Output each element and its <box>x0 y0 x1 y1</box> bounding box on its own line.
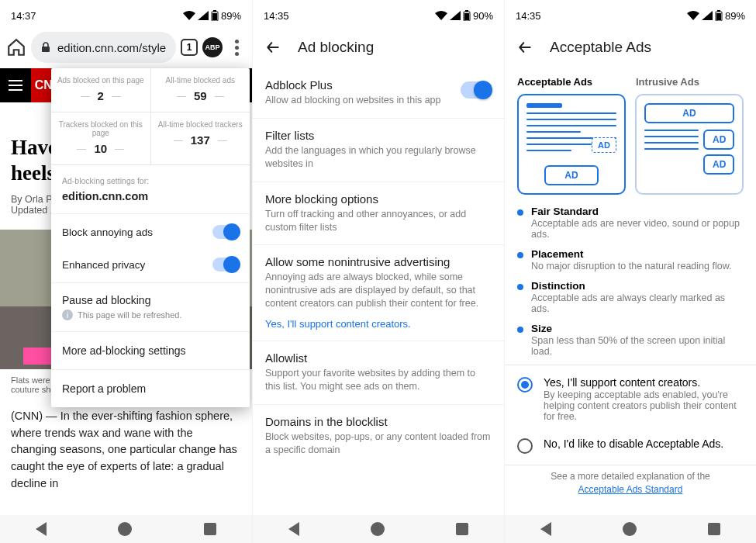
back-arrow-icon[interactable] <box>265 40 281 55</box>
recents-icon[interactable] <box>708 523 720 535</box>
svg-rect-2 <box>212 13 217 20</box>
radio-support-creators[interactable]: Yes, I'll support content creators. By k… <box>517 368 744 430</box>
battery-icon <box>463 10 471 21</box>
overflow-menu-icon[interactable] <box>227 40 246 56</box>
home-nav-icon[interactable] <box>371 522 385 536</box>
ad-label: AD <box>544 165 599 185</box>
article-body: (CNN) — In the ever-shifting fashion sph… <box>0 394 252 493</box>
stat-ads-page: Ads blocked on this page 2 <box>51 68 151 112</box>
recents-icon[interactable] <box>456 523 468 535</box>
setting-filter-lists[interactable]: Filter lists Add the languages in which … <box>253 119 504 182</box>
ad-label: AD <box>703 130 734 150</box>
setting-blocklist-domains[interactable]: Domains in the blocklist Block websites,… <box>253 405 504 468</box>
svg-rect-6 <box>464 13 469 20</box>
back-icon[interactable] <box>540 522 551 536</box>
ad-label: AD <box>703 154 734 175</box>
menu-icon[interactable] <box>0 68 31 102</box>
ad-blocking-settings-screen: 14:35 90% Ad blocking Adblock Plus Allow… <box>252 0 504 543</box>
signal-icon <box>198 11 209 20</box>
illustration: AD AD AD AD AD <box>517 94 744 195</box>
browser-toolbar: edition.cnn.com/style 1 ABP <box>0 26 252 68</box>
stat-trackers-all: All-time blocked trackers 137 <box>151 112 250 164</box>
tab-switcher[interactable]: 1 <box>181 39 198 56</box>
home-nav-icon[interactable] <box>623 522 637 536</box>
svg-rect-5 <box>465 10 468 12</box>
back-icon[interactable] <box>288 522 299 536</box>
setting-more-blocking[interactable]: More blocking options Turn off tracking … <box>253 182 504 246</box>
wifi-icon <box>687 11 699 20</box>
page-title: Acceptable Ads <box>550 39 651 56</box>
stat-ads-all: All-time blocked ads 59 <box>151 68 250 112</box>
info-icon: i <box>62 310 73 320</box>
url-text: edition.cnn.com/style <box>57 41 166 54</box>
battery-icon <box>211 10 219 21</box>
criterion-distinction: DistinctionAcceptable ads are always cle… <box>517 280 744 314</box>
pause-blocking[interactable]: Pause ad blocking i This page will be re… <box>51 282 250 332</box>
status-icons: 89% <box>687 10 745 22</box>
url-bar[interactable]: edition.cnn.com/style <box>31 32 176 63</box>
status-bar: 14:35 90% <box>253 0 504 26</box>
signal-icon <box>450 11 461 20</box>
stat-trackers-page: Trackers blocked on this page 10 <box>51 112 151 164</box>
settings-for-domain: Ad-blocking settings for: edition.cnn.co… <box>51 165 250 214</box>
page-header: Acceptable Ads <box>505 26 756 68</box>
report-problem-link[interactable]: Report a problem <box>51 369 250 407</box>
android-navbar <box>253 515 504 543</box>
back-icon[interactable] <box>36 522 47 536</box>
status-bar: 14:35 89% <box>505 0 756 26</box>
lock-icon <box>40 42 51 53</box>
wifi-icon <box>183 11 195 20</box>
setting-adblock-plus[interactable]: Adblock Plus Allow ad blocking on websit… <box>253 68 504 119</box>
radio-disable-acceptable-ads[interactable]: No, I'd like to disable Acceptable Ads. <box>517 430 744 462</box>
radio-icon[interactable] <box>517 377 533 393</box>
toggle-enhanced-privacy[interactable]: Enhanced privacy <box>51 247 250 282</box>
pause-note: i This page will be refreshed. <box>62 310 239 320</box>
acceptable-ads-standard-link[interactable]: Acceptable Ads Standard <box>578 484 683 495</box>
ad-label: AD <box>592 137 616 153</box>
switch-icon[interactable] <box>212 225 239 239</box>
more-settings-link[interactable]: More ad-blocking settings <box>51 332 250 369</box>
clock: 14:37 <box>11 10 36 22</box>
battery-percent: 89% <box>725 10 745 22</box>
criteria-list: Fair StandardAcceptable ads are never vi… <box>517 206 744 357</box>
acceptable-illustration: AD AD <box>517 94 626 195</box>
recents-icon[interactable] <box>204 523 216 535</box>
status-bar: 14:37 89% <box>0 0 252 26</box>
setting-allowlist[interactable]: Allowlist Support your favorite websites… <box>253 341 504 405</box>
browser-with-abp-popup: 14:37 89% edition.cnn.com/style 1 ABP CN… <box>0 0 252 543</box>
svg-rect-9 <box>716 13 721 20</box>
settings-list: Adblock Plus Allow ad blocking on websit… <box>253 68 504 515</box>
svg-rect-1 <box>213 10 216 12</box>
home-icon[interactable] <box>6 37 26 57</box>
svg-rect-3 <box>42 47 50 52</box>
clock: 14:35 <box>264 10 289 22</box>
support-creators-link[interactable]: Yes, I'll support content creators. <box>265 318 492 330</box>
abp-popup: Ads blocked on this page 2 All-time bloc… <box>51 68 250 407</box>
page-header: Ad blocking <box>253 26 504 68</box>
battery-percent: 89% <box>221 10 241 22</box>
setting-allow-nonintrusive[interactable]: Allow some nonintrusive advertising Anno… <box>253 245 504 341</box>
switch-icon[interactable] <box>461 81 492 99</box>
criterion-size: SizeSpan less than 50% of the screen upo… <box>517 323 744 357</box>
battery-icon <box>715 10 723 21</box>
intrusive-illustration: AD AD AD <box>635 94 744 195</box>
status-icons: 90% <box>435 10 493 22</box>
acceptable-ads-screen: 14:35 89% Acceptable Ads Acceptable Ads … <box>504 0 756 543</box>
acceptable-ads-content: Acceptable Ads Intrusive Ads AD AD AD AD… <box>505 68 756 515</box>
criterion-placement: PlacementNo major disruption to the natu… <box>517 248 744 272</box>
page-title: Ad blocking <box>298 39 374 56</box>
status-icons: 89% <box>183 10 241 22</box>
illustration-labels: Acceptable Ads Intrusive Ads <box>517 76 744 88</box>
switch-icon[interactable] <box>212 258 239 272</box>
abp-icon[interactable]: ABP <box>202 37 223 57</box>
battery-percent: 90% <box>473 10 493 22</box>
back-arrow-icon[interactable] <box>517 40 533 55</box>
criterion-fair-standard: Fair StandardAcceptable ads are never vi… <box>517 206 744 240</box>
home-nav-icon[interactable] <box>118 522 132 536</box>
ad-label: AD <box>644 103 734 123</box>
clock: 14:35 <box>516 10 541 22</box>
signal-icon <box>702 11 713 20</box>
radio-icon[interactable] <box>517 438 533 454</box>
footnote: See a more detailed explanation of the A… <box>517 470 744 496</box>
toggle-block-ads[interactable]: Block annoying ads <box>51 214 250 250</box>
